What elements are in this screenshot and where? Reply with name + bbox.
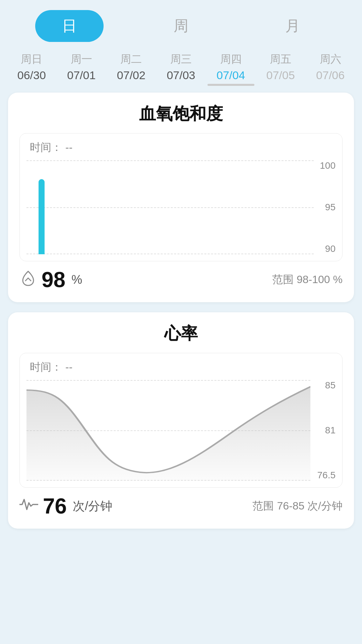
hr-stat-left: 76 次/分钟 xyxy=(19,494,112,519)
spo2-chart-card: 时间：-- 100 95 90 xyxy=(19,133,343,261)
tab-week[interactable]: 周 xyxy=(147,10,215,42)
day-name: 周日 xyxy=(21,52,42,67)
day-name: 周五 xyxy=(270,52,291,67)
hr-curve-svg xyxy=(26,380,310,481)
day-date: 07/04 xyxy=(217,69,245,82)
hr-unit: 次/分钟 xyxy=(73,498,112,515)
day-col-0[interactable]: 周日06/30 xyxy=(8,52,55,82)
grid-bot xyxy=(26,254,314,254)
hr-footer: 76 次/分钟 范围 76-85 次/分钟 xyxy=(19,494,343,519)
day-name: 周六 xyxy=(320,52,341,67)
sel-dot-5 xyxy=(257,84,304,86)
hr-chart-card: 时间：-- 85 81 76.5 xyxy=(19,353,343,488)
sel-dot-2 xyxy=(108,84,155,86)
spo2-y-mid: 95 xyxy=(325,202,336,213)
spo2-stat-left: 98 % xyxy=(19,267,82,292)
day-name: 周一 xyxy=(71,52,92,67)
day-name: 周二 xyxy=(120,52,142,67)
hr-y-min: 76.5 xyxy=(317,470,336,481)
day-col-3[interactable]: 周三07/03 xyxy=(158,52,204,82)
hr-range: 范围 76-85 次/分钟 xyxy=(252,499,343,514)
top-tab-bar: 日 周 月 xyxy=(0,0,362,49)
spo2-y-min: 90 xyxy=(325,244,336,254)
spo2-unit: % xyxy=(71,273,82,287)
spo2-chart-area: 100 95 90 xyxy=(26,160,336,254)
spo2-y-axis: 100 95 90 xyxy=(315,160,336,254)
day-date: 07/06 xyxy=(316,69,345,82)
hr-title: 心率 xyxy=(19,322,343,345)
day-date: 07/05 xyxy=(266,69,295,82)
spo2-gridlines xyxy=(26,160,314,254)
hr-chart-area: 85 81 76.5 xyxy=(26,380,336,481)
hr-icon xyxy=(19,498,38,515)
hr-card: 心率 时间：-- 85 81 76.5 xyxy=(8,312,354,529)
sel-dot-6 xyxy=(307,84,354,86)
sel-dot-1 xyxy=(58,84,105,86)
hr-value: 76 xyxy=(43,494,67,519)
hr-time-header: 时间：-- xyxy=(26,360,336,375)
spo2-bar xyxy=(39,179,45,254)
tab-day[interactable]: 日 xyxy=(35,10,104,42)
spo2-value: 98 xyxy=(42,267,65,292)
spo2-time-header: 时间：-- xyxy=(26,140,336,155)
day-date: 06/30 xyxy=(17,69,46,82)
selected-indicator xyxy=(0,84,362,86)
day-date: 07/02 xyxy=(117,69,145,82)
spo2-range: 范围 98-100 % xyxy=(272,272,343,287)
sel-dot-0 xyxy=(8,84,55,86)
day-col-2[interactable]: 周二07/02 xyxy=(108,52,155,82)
spo2-icon xyxy=(19,269,37,290)
week-row: 周日06/30周一07/01周二07/02周三07/03周四07/04周五07/… xyxy=(0,49,362,84)
sel-dot-4 xyxy=(207,84,254,86)
spo2-card: 血氧饱和度 时间：-- 100 95 90 xyxy=(8,93,354,302)
day-col-1[interactable]: 周一07/01 xyxy=(58,52,105,82)
day-name: 周三 xyxy=(170,52,192,67)
spo2-title: 血氧饱和度 xyxy=(19,103,343,125)
spo2-y-max: 100 xyxy=(320,160,336,171)
hr-y-max: 85 xyxy=(325,380,336,391)
day-name: 周四 xyxy=(220,52,242,67)
hr-y-mid: 81 xyxy=(325,425,336,436)
sel-dot-3 xyxy=(158,84,204,86)
grid-top xyxy=(26,160,314,161)
spo2-footer: 98 % 范围 98-100 % xyxy=(19,267,343,292)
hr-y-axis: 85 81 76.5 xyxy=(312,380,336,481)
day-col-4[interactable]: 周四07/04 xyxy=(207,52,254,82)
tab-month[interactable]: 月 xyxy=(258,10,327,42)
grid-mid xyxy=(26,207,314,208)
day-date: 07/01 xyxy=(67,69,96,82)
day-date: 07/03 xyxy=(167,69,195,82)
day-col-5[interactable]: 周五07/05 xyxy=(257,52,304,82)
day-col-6[interactable]: 周六07/06 xyxy=(307,52,354,82)
